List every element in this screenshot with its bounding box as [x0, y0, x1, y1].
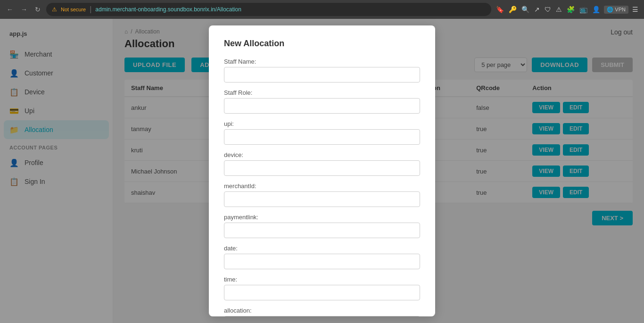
search-icon[interactable]: 🔍	[520, 5, 530, 14]
form-group-upi: upi:	[224, 120, 420, 145]
form-group-allocation: allocation:	[224, 307, 420, 316]
bookmark-icon[interactable]: 🔖	[495, 5, 505, 14]
label-allocation: allocation:	[224, 307, 420, 314]
share-icon[interactable]: ↗	[533, 5, 541, 14]
input-staff_role[interactable]	[224, 98, 420, 114]
url-display: admin.merchant-onboarding.soundbox.bonri…	[95, 6, 486, 13]
browser-icon-group: 🔖 🔑 🔍 ↗ 🛡 ⚠ 🧩 📺 👤 🌐 VPN ☰	[495, 5, 639, 14]
alert-icon: ⚠	[555, 5, 563, 14]
modal-title: New Allocation	[224, 39, 420, 49]
vpn-badge: 🌐 VPN	[604, 6, 628, 14]
label-time: time:	[224, 276, 420, 283]
form-group-staff_role: Staff Role:	[224, 89, 420, 114]
form-group-merchantId: merchantId:	[224, 182, 420, 207]
form-group-date: date:	[224, 245, 420, 269]
url-path: /Allocation	[215, 6, 241, 13]
form-group-paymentlink: paymentlink:	[224, 214, 420, 238]
forward-button[interactable]: →	[19, 5, 29, 14]
input-date[interactable]	[224, 254, 420, 269]
browser-chrome: ← → ↻ ⚠ Not secure | admin.merchant-onbo…	[0, 0, 644, 19]
back-button[interactable]: ←	[5, 5, 15, 14]
modal-overlay: New Allocation Staff Name: Staff Role: u…	[0, 19, 644, 323]
label-device: device:	[224, 151, 420, 158]
label-staff_role: Staff Role:	[224, 89, 420, 96]
label-upi: upi:	[224, 120, 420, 127]
input-merchantId[interactable]	[224, 191, 420, 207]
new-allocation-modal: New Allocation Staff Name: Staff Role: u…	[209, 25, 435, 316]
reload-button[interactable]: ↻	[33, 5, 42, 14]
input-allocation[interactable]	[224, 316, 420, 316]
label-merchantId: merchantId:	[224, 182, 420, 190]
input-upi[interactable]	[224, 129, 420, 145]
label-date: date:	[224, 245, 420, 252]
cast-icon[interactable]: 📺	[578, 5, 588, 14]
address-bar[interactable]: ⚠ Not secure | admin.merchant-onboarding…	[46, 3, 491, 16]
input-paymentlink[interactable]	[224, 223, 420, 238]
key-icon: 🔑	[508, 5, 518, 14]
url-separator: |	[90, 5, 91, 14]
input-time[interactable]	[224, 285, 420, 300]
form-group-device: device:	[224, 151, 420, 176]
input-device[interactable]	[224, 160, 420, 176]
warning-icon: ⚠	[52, 6, 57, 13]
form-group-staff_name: Staff Name:	[224, 58, 420, 83]
label-paymentlink: paymentlink:	[224, 214, 420, 221]
input-staff_name[interactable]	[224, 67, 420, 83]
shield-icon: 🛡	[544, 5, 552, 14]
label-staff_name: Staff Name:	[224, 58, 420, 65]
url-domain: admin.merchant-onboarding.soundbox.bonri…	[95, 6, 215, 13]
menu-icon[interactable]: ☰	[631, 5, 639, 14]
form-group-time: time:	[224, 276, 420, 300]
not-secure-label: Not secure	[61, 7, 86, 12]
extensions-icon[interactable]: 🧩	[566, 5, 576, 14]
profile-icon[interactable]: 👤	[591, 5, 601, 14]
